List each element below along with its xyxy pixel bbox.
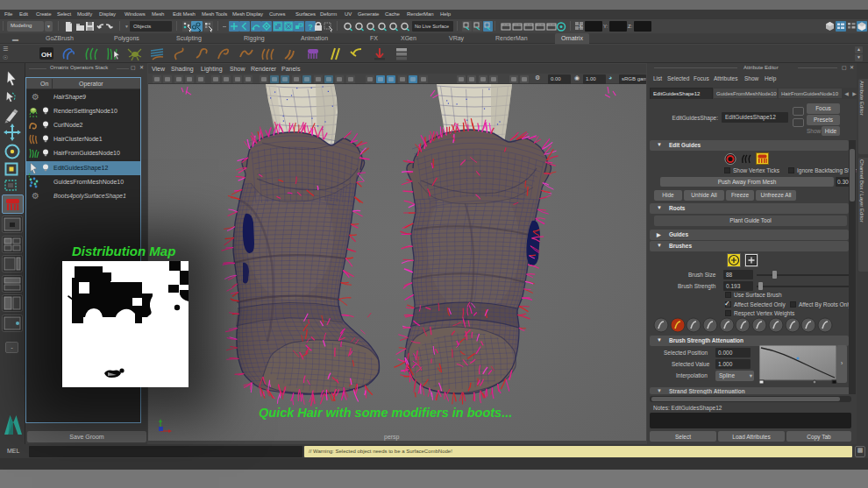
svg-text:?: ? [308,23,313,32]
svg-text:OH: OH [41,51,52,59]
